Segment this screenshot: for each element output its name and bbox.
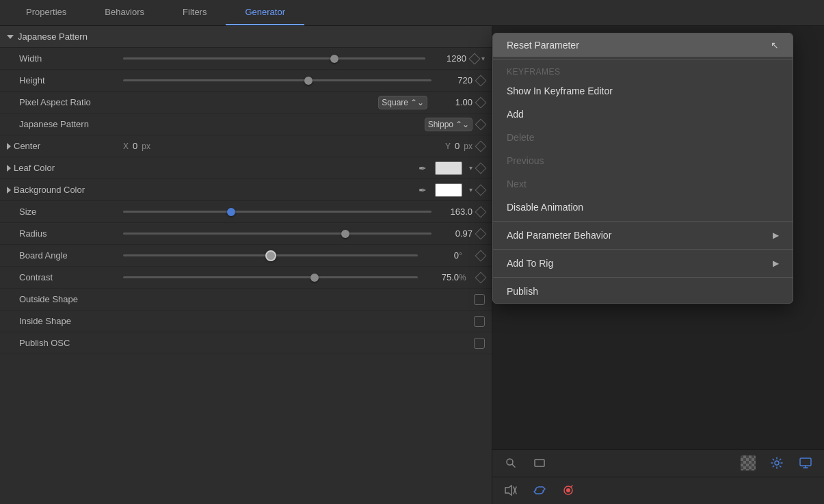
bg-color-dropdown[interactable]: ▾ [469, 186, 473, 194]
prop-row-pixel-ratio: Pixel Aspect Ratio Square ⌃⌄ 1.00 [0, 92, 492, 114]
svg-point-3 [775, 461, 779, 465]
inside-shape-checkbox[interactable] [474, 316, 485, 327]
record-button[interactable] [559, 481, 577, 499]
size-keyframe[interactable] [475, 206, 487, 217]
height-slider[interactable] [123, 79, 431, 81]
menu-reset-label: Reset Parameter [507, 40, 579, 51]
leaf-color-expand-icon [7, 165, 11, 172]
board-angle-unit: ° [459, 251, 473, 261]
size-label: Size [7, 207, 123, 217]
leaf-color-dropdown[interactable]: ▾ [469, 164, 473, 172]
bottom-toolbar-row1 [492, 450, 824, 477]
pixel-ratio-select[interactable]: Square ⌃⌄ [378, 96, 427, 109]
gear-button[interactable] [768, 454, 786, 472]
rectangle-button[interactable] [531, 454, 548, 472]
tab-generator[interactable]: Generator [226, 0, 304, 25]
jp-pattern-select[interactable]: Shippo ⌃⌄ [425, 118, 473, 131]
outside-shape-checkbox-area [123, 294, 485, 305]
bg-color-label: Background Color [14, 185, 85, 195]
height-keyframe[interactable] [475, 75, 487, 86]
checkerboard-button[interactable] [739, 454, 757, 472]
y-value: 0 [455, 141, 460, 151]
contrast-label: Contrast [7, 272, 123, 282]
bg-color-swatch[interactable] [435, 183, 462, 197]
menu-item-publish[interactable]: Publish [493, 280, 793, 303]
section-collapse-icon [7, 35, 14, 39]
tab-filters[interactable]: Filters [163, 0, 226, 25]
menu-item-previous: Previous [493, 149, 793, 172]
height-thumb[interactable] [304, 77, 313, 85]
menu-item-reset[interactable]: Reset Parameter ↖ [493, 34, 793, 57]
width-thumb[interactable] [330, 55, 338, 63]
contrast-slider[interactable] [123, 276, 418, 278]
leaf-color-eyedropper[interactable]: ✒ [418, 163, 427, 174]
board-angle-track [123, 254, 418, 256]
size-slider[interactable] [123, 211, 431, 213]
svg-rect-2 [535, 460, 544, 466]
prop-row-size: Size 163.0 [0, 201, 492, 223]
menu-item-show-keyframe[interactable]: Show In Keyframe Editor [493, 79, 793, 103]
center-keyframe[interactable] [475, 140, 487, 152]
pixel-ratio-value: 1.00 [431, 97, 473, 107]
section-title: Japanese Pattern [18, 31, 88, 42]
inside-shape-checkbox-area [123, 316, 485, 327]
bg-color-keyframe[interactable] [475, 184, 487, 196]
jp-pattern-select-arrow: ⌃⌄ [455, 120, 469, 129]
checker-icon [741, 455, 756, 470]
divider-4 [493, 277, 793, 278]
tab-properties[interactable]: Properties [7, 0, 85, 25]
size-thumb[interactable] [227, 208, 235, 216]
add-param-behavior-label: Add Parameter Behavior [507, 230, 611, 241]
svg-point-11 [566, 488, 570, 492]
width-slider[interactable] [123, 57, 425, 59]
tab-behaviors[interactable]: Behaviors [85, 0, 163, 25]
pixel-ratio-select-value: Square [382, 98, 408, 107]
radius-slider[interactable] [123, 233, 431, 235]
board-angle-keyframe[interactable] [475, 250, 487, 261]
center-label: Center [14, 141, 40, 151]
leaf-color-keyframe[interactable] [475, 162, 487, 174]
center-xy: X 0 px Y 0 px [123, 141, 473, 151]
prop-row-bg-color: Background Color ✒ ▾ [0, 179, 492, 201]
previous-label: Previous [507, 155, 544, 166]
board-angle-thumb[interactable] [265, 250, 276, 261]
bottom-toolbar-row2 [492, 477, 824, 504]
disable-animation-label: Disable Animation [507, 202, 583, 213]
width-label: Width [7, 53, 123, 64]
bg-color-eyedropper[interactable]: ✒ [418, 185, 427, 196]
contrast-keyframe[interactable] [475, 271, 487, 283]
prop-row-leaf-color: Leaf Color ✒ ▾ [0, 157, 492, 179]
pixel-ratio-keyframe[interactable] [475, 96, 487, 108]
left-panel: Japanese Pattern Width 1280 ▾ Height 720 [0, 26, 492, 504]
radius-keyframe[interactable] [475, 228, 487, 239]
publish-osc-checkbox-area [123, 338, 485, 349]
menu-item-add-to-rig[interactable]: Add To Rig ▶ [493, 252, 793, 275]
radius-thumb[interactable] [341, 230, 349, 238]
width-track [123, 57, 425, 59]
loop-button[interactable] [531, 481, 548, 499]
search-button[interactable] [502, 454, 520, 472]
leaf-color-swatch[interactable] [435, 161, 462, 175]
board-angle-value: 0 [418, 250, 459, 261]
svg-marker-7 [505, 486, 511, 495]
menu-item-add-param-behavior[interactable]: Add Parameter Behavior ▶ [493, 224, 793, 247]
add-label: Add [507, 109, 524, 120]
mute-button[interactable] [502, 481, 520, 499]
right-area: Reset Parameter ↖ KEYFRAMES Show In Keyf… [492, 26, 824, 504]
menu-item-add[interactable]: Add [493, 103, 793, 126]
divider-2 [493, 221, 793, 222]
radius-track [123, 233, 431, 235]
height-label: Height [7, 75, 123, 85]
section-header[interactable]: Japanese Pattern [0, 26, 492, 48]
publish-osc-checkbox[interactable] [474, 338, 485, 349]
jp-pattern-keyframe[interactable] [475, 118, 487, 130]
contrast-thumb[interactable] [310, 274, 319, 282]
menu-item-disable-animation[interactable]: Disable Animation [493, 196, 793, 219]
width-keyframe[interactable] [469, 53, 481, 64]
board-angle-slider[interactable] [123, 254, 418, 256]
size-value: 163.0 [431, 207, 473, 217]
outside-shape-checkbox[interactable] [474, 294, 485, 305]
x-unit: px [142, 142, 150, 151]
monitor-button[interactable] [797, 454, 814, 472]
width-dropdown[interactable]: ▾ [481, 55, 485, 62]
